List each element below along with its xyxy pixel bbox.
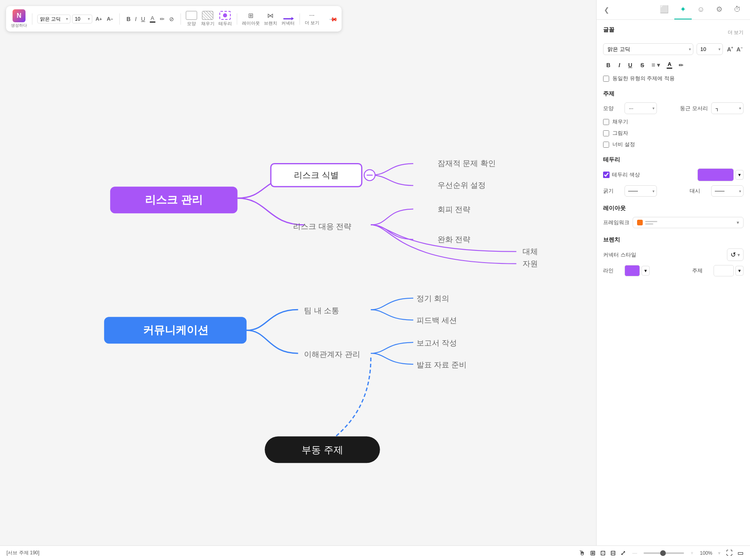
toolbar-italic-btn[interactable]: I — [134, 14, 138, 24]
mindmap-svg: 리스크 관리 리스크 식별 리스크 대응 전략 잠재적 문제 확인 우선순위 설… — [0, 0, 596, 545]
panel-font-color-btn[interactable]: A — [664, 59, 675, 71]
branch-subject-dropdown-btn[interactable]: ▾ — [735, 266, 744, 276]
font-section: 글꼴 더 보기 맑은 고딕 10 — [603, 26, 744, 82]
toolbar-underline-btn[interactable]: U — [139, 14, 147, 24]
root2-text[interactable]: 커뮤니케이션 — [143, 324, 208, 336]
toolbar-font-size-select[interactable]: 10 — [72, 15, 92, 23]
tab-ai[interactable]: ✦ — [674, 0, 692, 19]
shape-select[interactable]: ··· — [625, 102, 657, 114]
toolbar-connector-section[interactable]: 커넥터 — [281, 18, 295, 26]
frame-btn[interactable]: ⊟ — [610, 549, 616, 557]
branch2-1-text[interactable]: 팀 내 소통 — [304, 306, 339, 315]
leaf2-2-1-text[interactable]: 보고서 작성 — [416, 338, 457, 347]
panel-align-btn[interactable]: ≡ ▾ — [649, 59, 663, 71]
time-tab-icon: ⏱ — [734, 5, 741, 14]
panel-decrease-font-btn[interactable]: A− — [736, 45, 744, 53]
branch-line-dropdown-btn[interactable]: ▾ — [642, 266, 650, 276]
apply-same-label: 동일한 유형의 주제에 적용 — [612, 75, 675, 82]
apply-same-checkbox[interactable] — [603, 76, 609, 82]
toolbar-fill-section[interactable]: 채우기 — [201, 11, 215, 27]
panel-strikethrough-btn[interactable]: S — [637, 59, 647, 71]
leaf1-2-4-text[interactable]: 자원 — [523, 259, 538, 268]
border-thickness-row: 굵기 —— 대시 —— — [603, 185, 744, 197]
connector-style-row: 커넥터 스타일 ↺ ▾ — [603, 248, 744, 261]
expand-btn[interactable]: ⤢ — [620, 549, 626, 557]
toolbar-shape-section[interactable]: 모양 — [186, 11, 197, 27]
leaf1-2-1-text[interactable]: 회피 전략 — [438, 205, 470, 214]
branch1-2-text[interactable]: 리스크 대응 전략 — [293, 222, 351, 231]
branch-line-row: 라인 ▾ 주제 ▾ — [603, 265, 744, 276]
framework-row: 프레임워크 ▾ — [603, 217, 744, 228]
shape-tab-icon: ⬜ — [660, 5, 669, 14]
root1-text[interactable]: 리스크 관리 — [145, 194, 203, 206]
ai-tab-icon: ✦ — [680, 5, 686, 14]
branch1-1-text[interactable]: 리스크 식별 — [294, 170, 339, 180]
leaf1-2-2-text[interactable]: 완화 전략 — [438, 235, 470, 244]
toolbar-font-select[interactable]: 맑은 고딕 — [37, 15, 70, 23]
connector-style-select[interactable]: ↺ ▾ — [727, 248, 744, 261]
toolbar-layout-section[interactable]: ⊞ 레이아웃 — [242, 12, 260, 26]
thickness-select[interactable]: —— — [625, 185, 657, 197]
framework-label: 프레임워크 — [603, 219, 629, 226]
canvas-area[interactable]: N 생성하다 맑은 고딕 10 A+ A− — [0, 0, 596, 545]
panel-font-size-select[interactable]: 10 — [697, 43, 723, 55]
toolbar-branch-section[interactable]: ⋈ 브랜치 — [264, 12, 277, 26]
shadow-checkbox[interactable] — [603, 130, 609, 136]
leaf2-2-2-text[interactable]: 발표 자료 준비 — [416, 360, 467, 369]
tab-settings[interactable]: ⚙ — [710, 0, 728, 19]
tab-emoji[interactable]: ☺ — [692, 0, 710, 19]
branch-line-color-btn[interactable] — [625, 265, 640, 276]
toolbar-bold-btn[interactable]: B — [125, 14, 132, 24]
border-color-checkbox[interactable] — [603, 172, 610, 178]
corner-label: 둥근 모서리 — [680, 105, 708, 112]
root3-text[interactable]: 부동 주제 — [302, 444, 343, 455]
emoji-tab-icon: ☺ — [697, 5, 705, 14]
dash-select[interactable]: —— — [711, 185, 744, 197]
panel-increase-font-btn[interactable]: A+ — [726, 45, 734, 53]
leaf2-1-2-text[interactable]: 피드백 세션 — [416, 316, 457, 325]
panel-bold-btn[interactable]: B — [603, 59, 614, 71]
font-section-title: 글꼴 — [603, 26, 614, 34]
panel-underline-btn[interactable]: U — [625, 59, 635, 71]
leaf1-1-2-text[interactable]: 우선순위 설정 — [438, 180, 486, 189]
border-color-label: 테두리 색상 — [612, 171, 640, 178]
border-color-dropdown-btn[interactable]: ▾ — [735, 170, 744, 180]
width-checkbox[interactable] — [603, 142, 609, 148]
panel-italic-btn[interactable]: I — [615, 59, 623, 71]
border-section-title: 테두리 — [603, 156, 744, 163]
panel-collapse-btn[interactable]: ❮ — [600, 2, 613, 18]
toolbar-eraser-btn[interactable]: ⊘ — [168, 14, 176, 24]
minimize-btn[interactable]: ▭ — [737, 549, 744, 557]
fill-checkbox[interactable] — [603, 119, 609, 125]
toolbar-highlight-btn[interactable]: ✏ — [158, 14, 166, 24]
pin-icon[interactable]: 📌 — [328, 14, 338, 23]
toolbar-more-section[interactable]: ··· 더 보기 — [305, 12, 319, 26]
fit-btn[interactable]: ⊡ — [600, 549, 606, 557]
leaf2-1-1-text[interactable]: 정기 회의 — [416, 294, 449, 303]
toolbar-increase-font-btn[interactable]: A+ — [94, 14, 104, 23]
zoom-percent-label[interactable]: 100% — [700, 550, 712, 556]
toolbar-font-color-btn[interactable]: A — [148, 13, 157, 24]
width-label: 너비 설정 — [612, 141, 635, 148]
branch-subject-color-btn[interactable] — [714, 265, 734, 276]
toolbar-decrease-font-btn[interactable]: A− — [105, 14, 115, 23]
panel-font-select[interactable]: 맑은 고딕 — [603, 43, 693, 55]
tab-shape[interactable]: ⬜ — [654, 0, 674, 19]
font-name-row: 맑은 고딕 10 A+ A− — [603, 43, 744, 55]
leaf1-1-1-text[interactable]: 잠재적 문제 확인 — [438, 159, 496, 168]
framework-select[interactable]: ▾ — [633, 217, 744, 228]
leaf1-2-3-text[interactable]: 대체 — [523, 247, 538, 256]
grid-view-btn[interactable]: ⊞ — [590, 549, 595, 557]
mouse-mode-btn[interactable]: 🖱 — [579, 549, 585, 557]
corner-select[interactable]: ┐ — [711, 102, 744, 114]
font-more-btn[interactable]: 더 보기 — [728, 29, 744, 36]
border-color-swatch[interactable] — [697, 168, 734, 181]
toolbar-border-section[interactable]: 테두리 — [219, 11, 232, 27]
tab-time[interactable]: ⏱ — [728, 0, 747, 19]
dash-label: 대시 — [690, 187, 708, 195]
right-panel: ❮ ⬜ ✦ ☺ ⚙ ⏱ 글꼴 더 보기 — [596, 0, 750, 545]
branch2-2-text[interactable]: 이해관계자 관리 — [304, 350, 360, 358]
zoom-slider[interactable] — [644, 552, 684, 554]
panel-highlight-color-btn[interactable]: ✏ — [676, 59, 686, 71]
fullscreen-btn[interactable]: ⛶ — [726, 549, 733, 557]
